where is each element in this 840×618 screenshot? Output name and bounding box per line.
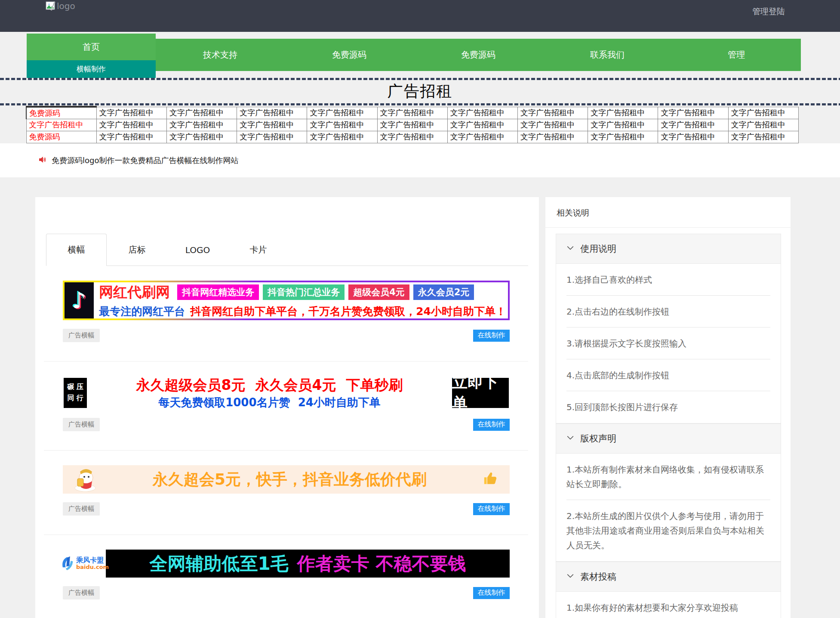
make-online-button[interactable]: 在线制作 [473, 503, 510, 515]
nav-item-contact[interactable]: 联系我们 [543, 39, 672, 71]
banner4-brand-col: 乘风卡盟 baidu.com [76, 556, 109, 571]
ad-slot[interactable]: 文字广告招租中 [237, 119, 307, 131]
banner2-left-block: 碾 压 同 行 [64, 378, 87, 408]
ad-slot[interactable]: 文字广告招租中 [377, 119, 447, 131]
ad-slot[interactable]: 文字广告招租中 [588, 131, 658, 143]
banner-preview-2[interactable]: 碾 压 同 行 永久超级会员8元 永久会员4元 下单秒刷 每天免费领取1000名… [63, 376, 510, 409]
ad-slot[interactable]: 文字广告招租中 [658, 119, 728, 131]
usage-step: 2.点击右边的在线制作按钮 [556, 296, 781, 328]
ad-slot[interactable]: 文字广告招租中 [166, 107, 237, 119]
banner3-label-row: 广告横幅 在线制作 [63, 502, 510, 516]
ad-slot[interactable]: 文字广告招租中 [166, 131, 237, 143]
ad-slot[interactable]: 文字广告招租中 [307, 131, 377, 143]
nav-item-tech-support[interactable]: 技术支持 [156, 39, 285, 71]
list-divider [44, 535, 528, 535]
ad-slot[interactable]: 文字广告招租中 [728, 107, 798, 119]
accordion-title: 版权声明 [580, 433, 616, 445]
accordion-header-usage[interactable]: 使用说明 [556, 234, 781, 264]
ad-slot[interactable]: 文字广告招租中 [728, 119, 798, 131]
banner-preview-1[interactable]: ♪ 网红代刷网 抖音网红精选业务 抖音热门汇总业务 超级会员4元 永久会员2元 … [63, 281, 510, 320]
ad-slot[interactable]: 文字广告招租中 [307, 107, 377, 119]
submission-note: 1.如果你有好的素材想要和大家分享欢迎投稿 [556, 592, 781, 618]
tab-card[interactable]: 卡片 [228, 234, 289, 266]
banner2-order-block: 立即下单 [452, 378, 509, 408]
gallery-tab-bar: 横幅 店标 LOGO 卡片 [46, 234, 528, 266]
banner1-description: 抖音网红自助下单平台，千万名片赞免费领取，24小时自助下单！ [190, 304, 506, 318]
banner1-bottom-row: 最专注的网红平台 抖音网红自助下单平台，千万名片赞免费领取，24小时自助下单！ [95, 304, 506, 318]
site-logo: logo [46, 1, 75, 12]
ad-slot[interactable]: 文字广告招租中 [96, 131, 166, 143]
accordion-body-usage: 1.选择自己喜欢的样式 2.点击右边的在线制作按钮 3.请根据提示文字长度按照输… [556, 264, 781, 423]
banner-gallery-card: 横幅 店标 LOGO 卡片 ♪ 网红代刷网 抖音网红精选业务 抖音热门汇总业务 … [35, 197, 539, 618]
admin-login-link[interactable]: 管理登陆 [752, 6, 785, 17]
tiktok-logo-block: ♪ [65, 282, 94, 318]
banner2-headline: 永久超级会员8元 永久会员4元 下单秒刷 [87, 376, 452, 395]
banner1-content: 网红代刷网 抖音网红精选业务 抖音热门汇总业务 超级会员4元 永久会员2元 最专… [94, 282, 508, 318]
banner-preview-4[interactable]: 乘风卡盟 baidu.com 全网辅助低至1毛 作者卖卡 不稳不要钱 [63, 550, 510, 578]
ad-slot[interactable]: 文字广告招租中 [377, 107, 447, 119]
banner2-content: 永久超级会员8元 永久会员4元 下单秒刷 每天免费领取1000名片赞 24小时自… [87, 376, 452, 410]
ad-slot[interactable]: 文字广告招租中 [166, 119, 237, 131]
banner1-brand: 网红代刷网 [99, 283, 170, 302]
ad-table-body: 免费源码文字广告招租中文字广告招租中文字广告招租中文字广告招租中文字广告招租中文… [26, 107, 799, 143]
ad-slot[interactable]: 免费源码 [26, 131, 96, 143]
ad-slot[interactable]: 文字广告招租中 [658, 131, 728, 143]
ad-slot[interactable]: 文字广告招租中 [237, 107, 307, 119]
banner-type-badge: 广告横幅 [63, 418, 100, 431]
banner3-headline: 永久超会5元，快手，抖音业务低价代刷 [96, 469, 483, 490]
ad-slot[interactable]: 文字广告招租中 [377, 131, 447, 143]
tab-shop-logo[interactable]: 店标 [107, 234, 167, 266]
banner-preview-3[interactable]: 永久超会5元，快手，抖音业务低价代刷 [63, 465, 510, 494]
tab-banner[interactable]: 横幅 [46, 234, 107, 266]
related-info-card: 相关说明 使用说明 1.选择自己喜欢的样式 2.点击右边的在线制作按钮 3.请根… [545, 197, 791, 618]
ad-slot[interactable]: 文字广告招租中 [307, 119, 377, 131]
nav-dropdown-banner-make[interactable]: 横幅制作 [27, 60, 156, 78]
accordion-header-copyright[interactable]: 版权声明 [556, 423, 781, 454]
ad-slot[interactable]: 文字广告招租中 [518, 107, 588, 119]
ad-table: 免费源码文字广告招租中文字广告招租中文字广告招租中文字广告招租中文字广告招租中文… [26, 106, 799, 143]
tab-logo[interactable]: LOGO [167, 234, 228, 266]
ad-slot[interactable]: 文字广告招租中 [447, 131, 517, 143]
banner2-left-line2: 同 行 [67, 394, 83, 403]
dashed-divider-top [0, 78, 840, 80]
nav-item-admin[interactable]: 管理 [672, 39, 801, 71]
copyright-note: 1.本站所有制作素材来自网络收集，如有侵权请联系站长立即删除。 [556, 454, 781, 500]
logo-alt-text: logo [57, 1, 75, 11]
related-info-title: 相关说明 [545, 197, 791, 228]
music-note-icon: ♪ [72, 287, 86, 313]
ad-slot[interactable]: 文字广告招租中 [447, 107, 517, 119]
chevron-down-icon [566, 244, 574, 254]
ad-slot[interactable]: 文字广告招租中 [447, 119, 517, 131]
ad-slot[interactable]: 免费源码 [26, 107, 96, 119]
banner4-headline-magenta: 作者卖卡 不稳不要钱 [297, 552, 466, 576]
ad-rent-title: 广告招租 [0, 81, 840, 102]
make-online-button[interactable]: 在线制作 [473, 419, 510, 431]
accordion-body-copyright: 1.本站所有制作素材来自网络收集，如有侵权请联系站长立即删除。 2.本站所生成的… [556, 454, 781, 562]
ad-slot[interactable]: 文字广告招租中 [588, 119, 658, 131]
ad-slot[interactable]: 文字广告招租中 [588, 107, 658, 119]
ad-slot[interactable]: 文字广告招租中 [658, 107, 728, 119]
banner1-label-row: 广告横幅 在线制作 [63, 329, 510, 342]
copyright-note: 2.本站所生成的图片仅供个人参考与使用，请勿用于其他非法用途或者商业用途否则后果… [556, 500, 781, 561]
nav-item-free-source-1[interactable]: 免费源码 [285, 39, 414, 71]
thumbs-up-icon [483, 471, 498, 488]
ad-slot[interactable]: 文字广告招租中 [728, 131, 798, 143]
page: logo 管理登陆 技术支持 免费源码 免费源码 联系我们 管理 首页 横幅制作… [0, 0, 840, 618]
ad-slot[interactable]: 文字广告招租中 [26, 119, 96, 131]
ad-slot[interactable]: 文字广告招租中 [518, 119, 588, 131]
ad-slot[interactable]: 文字广告招租中 [237, 131, 307, 143]
ad-slot[interactable]: 文字广告招租中 [96, 119, 166, 131]
broken-image-icon [46, 1, 56, 12]
nav-item-free-source-2[interactable]: 免费源码 [414, 39, 543, 71]
banner4-headline-cyan: 全网辅助低至1毛 [150, 552, 289, 576]
banner1-tag-2: 抖音热门汇总业务 [263, 284, 345, 300]
banner2-label-row: 广告横幅 在线制作 [63, 418, 510, 431]
notice-inner: 免费源码logo制作一款免费精品广告横幅在线制作网站 [0, 155, 238, 166]
make-online-button[interactable]: 在线制作 [473, 587, 510, 599]
ad-slot[interactable]: 文字广告招租中 [518, 131, 588, 143]
speaker-icon [38, 155, 46, 166]
accordion-header-submission[interactable]: 素材投稿 [556, 562, 781, 592]
nav-item-home[interactable]: 首页 [27, 34, 156, 60]
make-online-button[interactable]: 在线制作 [473, 330, 510, 342]
ad-slot[interactable]: 文字广告招租中 [96, 107, 166, 119]
